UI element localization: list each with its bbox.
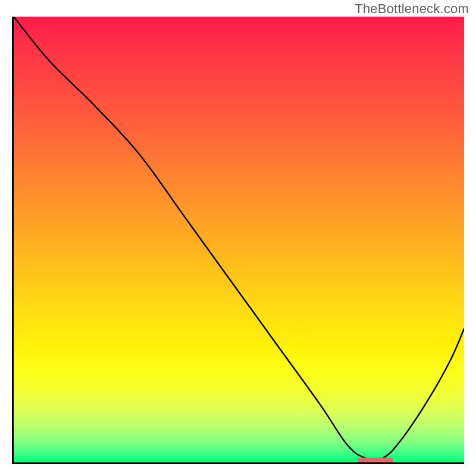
plot-area bbox=[12, 17, 464, 464]
optimal-range-marker bbox=[358, 458, 394, 464]
bottleneck-curve bbox=[14, 17, 464, 462]
chart-container: TheBottleneck.com bbox=[0, 0, 476, 476]
watermark-text: TheBottleneck.com bbox=[355, 1, 469, 17]
